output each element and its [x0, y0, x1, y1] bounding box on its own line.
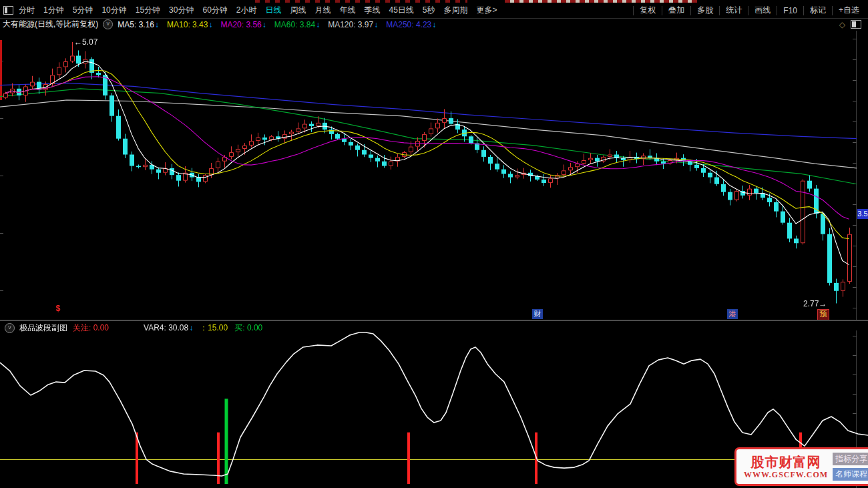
tool-button-3[interactable]: 统计: [720, 5, 748, 16]
marker-event-warn[interactable]: 预: [817, 309, 829, 320]
period-tab-1[interactable]: 1分钟: [43, 5, 64, 16]
period-tab-4[interactable]: 15分钟: [136, 5, 160, 16]
period-tab-0[interactable]: 分时: [19, 5, 35, 16]
watermark-url: WWW.GSCFW.COM: [742, 470, 830, 480]
down-arrow-icon: ↓: [155, 20, 159, 29]
tool-button-7[interactable]: +自选: [833, 5, 865, 16]
period-tab-11[interactable]: 年线: [340, 5, 356, 16]
down-arrow-icon: ↓: [316, 20, 320, 29]
main-candle-chart[interactable]: [0, 31, 868, 320]
toolbar: 分时1分钟5分钟10分钟15分钟30分钟60分钟2小时日线周线月线年线季线45日…: [0, 3, 868, 19]
period-tab-7[interactable]: 2小时: [236, 5, 257, 16]
period-tab-13[interactable]: 45日线: [389, 5, 414, 16]
ma-label-4: MA120: 3.97↓: [328, 20, 378, 29]
ma-legend: MA5: 3.16↓MA10: 3.43↓MA20: 3.56↓MA60: 3.…: [118, 20, 436, 29]
period-tab-14[interactable]: 5秒: [423, 5, 435, 16]
ma-label-5: MA250: 4.23↓: [386, 20, 436, 29]
period-tab-10[interactable]: 月线: [315, 5, 331, 16]
ma-label-3: MA60: 3.84↓: [274, 20, 320, 29]
period-tab-6[interactable]: 60分钟: [202, 5, 227, 16]
tool-button-5[interactable]: F10: [777, 6, 803, 15]
watermark: 股市财富网 WWW.GSCFW.COM 指标分享 名师课程: [734, 447, 868, 486]
marker-event-blue[interactable]: 财: [532, 309, 543, 319]
marker-event-port[interactable]: 港: [727, 309, 738, 319]
marker-dollar: $: [53, 304, 63, 314]
tool-button-1[interactable]: 叠加: [662, 5, 690, 16]
diamond-icon[interactable]: ◇: [839, 20, 845, 29]
down-arrow-icon: ↓: [262, 20, 266, 29]
watermark-site-name: 股市财富网: [742, 454, 830, 470]
down-arrow-icon: ↓: [208, 20, 212, 29]
low-price-annotation: 2.77→: [803, 299, 827, 308]
tool-button-6[interactable]: 标记: [804, 5, 832, 16]
period-tab-16[interactable]: 更多>: [477, 5, 497, 16]
ma-label-0: MA5: 3.16↓: [118, 20, 159, 29]
chart-header: 大有能源(日线,等比前复权) v MA5: 3.16↓MA10: 3.43↓MA…: [0, 18, 868, 31]
period-tab-15[interactable]: 多周期: [444, 5, 468, 16]
tool-button-4[interactable]: 画线: [748, 5, 777, 16]
ma-label-2: MA20: 3.56↓: [220, 20, 266, 29]
watermark-badge-indicator-share: 指标分享: [833, 453, 868, 465]
split-window-icon[interactable]: [851, 20, 861, 29]
period-tab-8[interactable]: 日线: [266, 5, 282, 16]
arrow-right-icon: →: [819, 299, 827, 308]
down-arrow-icon: ↓: [374, 20, 378, 29]
window-icon[interactable]: [3, 6, 13, 15]
chevron-down-icon[interactable]: v: [103, 19, 113, 29]
current-price-badge: 3.5: [857, 209, 868, 219]
period-tab-9[interactable]: 周线: [290, 5, 306, 16]
period-tab-3[interactable]: 10分钟: [101, 5, 126, 16]
arrow-left-icon: ←: [74, 37, 82, 47]
toolbar-tools: 复权叠加多股统计画线F10标记+自选: [633, 5, 865, 16]
symbol-title: 大有能源(日线,等比前复权): [3, 19, 98, 30]
tool-button-2[interactable]: 多股: [691, 5, 719, 16]
toolbar-periods: 分时1分钟5分钟10分钟15分钟30分钟60分钟2小时日线周线月线年线季线45日…: [19, 5, 497, 16]
period-tab-5[interactable]: 30分钟: [169, 5, 194, 16]
high-price-annotation: ←5.07: [74, 37, 97, 47]
period-tab-12[interactable]: 季线: [365, 5, 381, 16]
down-arrow-icon: ↓: [432, 20, 436, 29]
app-window: 分时1分钟5分钟10分钟15分钟30分钟60分钟2小时日线周线月线年线季线45日…: [0, 0, 868, 488]
period-tab-2[interactable]: 5分钟: [73, 5, 93, 16]
watermark-badge-courses: 名师课程: [833, 468, 868, 481]
ma-label-1: MA10: 3.43↓: [167, 20, 212, 29]
tool-button-0[interactable]: 复权: [634, 5, 662, 16]
